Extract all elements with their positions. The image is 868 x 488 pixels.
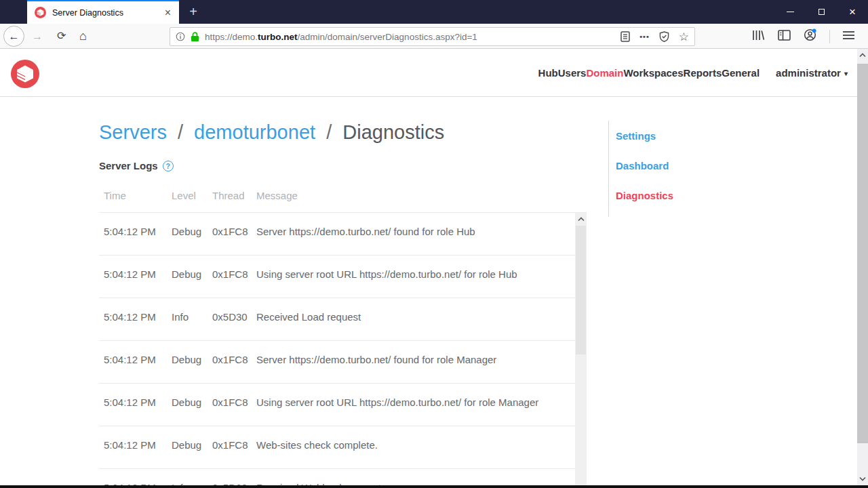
nav-item[interactable]: General [722,67,760,79]
minimize-icon [787,12,794,12]
column-header-thread: Thread [212,190,256,201]
scroll-up-icon[interactable] [859,53,866,58]
page-sidebar: SettingsDashboardDiagnostics [608,121,730,217]
new-tab-button[interactable]: + [184,3,202,20]
breadcrumb-current: Diagnostics [342,121,444,143]
window-maximize-button[interactable] [806,0,837,24]
log-row: 5:04:18 PM Info 0x5D30 Received Webhook … [99,469,575,485]
tab-close-icon[interactable]: × [162,6,174,20]
browser-window: Server Diagnostics × + × ← → ⟳ ⌂ https:/… [0,0,868,488]
log-message: Server https://demo.turbo.net/ found for… [256,226,575,255]
log-thread: 0x5D30 [212,312,256,340]
maximize-icon [818,9,825,15]
log-row: 5:04:12 PM Debug 0x1FC8 Server https://d… [99,213,575,256]
site-nav: HubUsersDomainWorkspacesReportsGeneral a… [538,49,848,97]
user-menu[interactable]: administrator▾ [776,67,848,79]
section-title: Server Logs ? [99,160,174,171]
log-level: Debug [172,226,212,255]
turbo-logo-icon[interactable] [11,60,39,88]
log-row: 5:04:12 PM Debug 0x1FC8 Using server roo… [99,384,575,426]
menu-hamburger-icon[interactable] [843,30,854,43]
url-path: /admin/domain/serverDiagnostics.aspx?id=… [298,32,477,42]
nav-item[interactable]: Workspaces [623,67,683,79]
address-bar[interactable]: https://demo.turbo.net/admin/domain/serv… [170,27,695,46]
log-thread: 0x1FC8 [212,354,256,383]
window-minimize-button[interactable] [774,0,806,24]
url-host: turbo.net [258,32,298,42]
sidebar-item[interactable]: Diagnostics [616,190,730,201]
log-row: 5:04:12 PM Debug 0x1FC8 Server https://d… [99,341,575,384]
nav-item[interactable]: Domain [586,67,623,79]
log-scrollbar-thumb[interactable] [576,226,586,354]
log-row: 5:04:12 PM Info 0x5D30 Received Load req… [99,298,575,341]
forward-button[interactable]: → [32,31,43,42]
section-title-label: Server Logs [99,160,158,171]
account-icon[interactable] [804,28,816,44]
library-icon[interactable] [751,29,765,44]
log-level: Debug [172,397,212,426]
page-scrollbar-thumb[interactable] [857,64,868,443]
log-row: 5:04:12 PM Debug 0x1FC8 Web-sites check … [99,426,575,469]
log-time: 5:04:12 PM [104,354,172,383]
log-level: Debug [172,269,212,298]
url-prefix: https://demo. [205,32,258,42]
log-message: Using server root URL https://demo.turbo… [256,397,575,426]
home-button[interactable]: ⌂ [79,30,87,42]
log-message: Received Load request [256,312,575,340]
page-scrollbar[interactable] [857,49,868,485]
site-header: HubUsersDomainWorkspacesReportsGeneral a… [0,49,868,97]
title-bar: Server Diagnostics × + × [0,0,868,24]
log-row: 5:04:12 PM Debug 0x1FC8 Using server roo… [99,256,575,298]
scroll-down-icon[interactable] [859,476,866,481]
help-icon[interactable]: ? [163,161,174,171]
nav-item[interactable]: Reports [684,67,722,79]
breadcrumb: Servers / demoturbonet / Diagnostics [99,121,444,144]
log-table-header: Time Level Thread Message [99,190,575,201]
bookmark-star-icon[interactable]: ☆ [679,30,689,44]
reader-mode-icon[interactable] [620,31,630,42]
reload-button[interactable]: ⟳ [57,30,66,41]
window-controls: × [774,0,868,24]
log-time: 5:04:12 PM [104,440,172,468]
https-lock-icon[interactable] [191,32,199,42]
log-thread: 0x1FC8 [212,226,256,255]
log-message: Web-sites check complete. [256,440,575,468]
sidebar-toggle-icon[interactable] [778,30,791,43]
back-button[interactable]: ← [3,26,24,47]
tab-title: Server Diagnostics [52,8,162,18]
column-header-message: Message [256,190,575,201]
breadcrumb-server-link[interactable]: demoturbonet [194,121,315,143]
sidebar-item[interactable]: Dashboard [616,161,730,171]
tracking-protection-shield-icon[interactable] [659,31,669,42]
sidebar-item[interactable]: Settings [616,131,730,141]
back-icon: ← [9,30,20,43]
chevron-down-icon: ▾ [844,70,848,77]
column-header-time: Time [104,190,172,201]
page-info-icon[interactable] [176,32,185,41]
log-thread: 0x1FC8 [212,440,256,468]
browser-tab[interactable]: Server Diagnostics × [27,0,179,24]
nav-item[interactable]: Users [558,67,587,79]
log-message: Server https://demo.turbo.net/ found for… [256,354,575,383]
close-icon: × [849,6,856,18]
turbo-favicon-icon [35,7,46,18]
screen-edge-strip [0,485,868,488]
scroll-up-icon[interactable] [578,217,585,222]
page-actions-icon[interactable]: ••• [639,33,650,41]
log-scrollbar[interactable] [575,213,587,485]
window-close-button[interactable]: × [837,0,868,24]
toolbar-separator [829,30,830,43]
breadcrumb-separator: / [326,121,332,143]
log-level: Debug [172,440,212,468]
log-time: 5:04:12 PM [104,312,172,340]
breadcrumb-servers-link[interactable]: Servers [99,121,167,143]
log-viewport: 5:04:12 PM Debug 0x1FC8 Server https://d… [99,212,587,485]
log-thread: 0x1FC8 [212,397,256,426]
nav-item[interactable]: Hub [538,67,558,79]
url-text[interactable]: https://demo.turbo.net/admin/domain/serv… [205,32,611,42]
log-rows: 5:04:12 PM Debug 0x1FC8 Server https://d… [99,213,575,485]
log-time: 5:04:12 PM [104,226,172,255]
log-time: 5:04:12 PM [104,269,172,298]
log-thread: 0x1FC8 [212,269,256,298]
log-level: Debug [172,354,212,383]
